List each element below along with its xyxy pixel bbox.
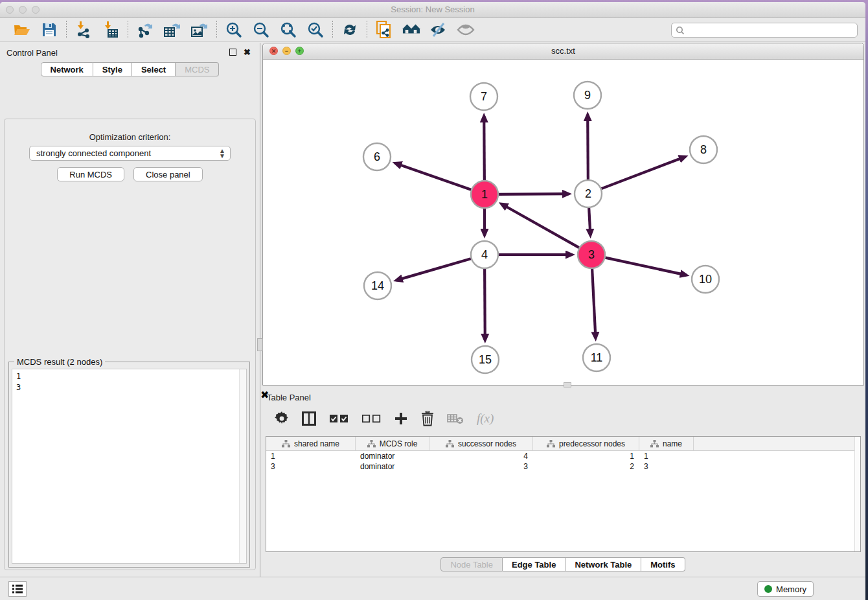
save-session-icon[interactable]: [40, 21, 58, 39]
graph-node-label-2: 2: [585, 187, 591, 200]
memory-label: Memory: [776, 584, 806, 594]
refresh-layout-icon[interactable]: [341, 21, 359, 39]
network-window-titlebar: ✕ − + scc.txt: [263, 43, 863, 60]
edge-layer: [395, 115, 686, 340]
tab-style[interactable]: Style: [93, 62, 132, 76]
delete-table-icon[interactable]: [447, 413, 464, 424]
delete-column-icon[interactable]: [421, 411, 434, 426]
table-header-row: shared nameMCDS rolesuccessor nodesprede…: [266, 437, 860, 451]
graph-node-label-8: 8: [700, 143, 707, 156]
edge-1-6[interactable]: [395, 163, 471, 190]
mcds-tab-content: Optimization criterion: strongly connect…: [4, 119, 256, 570]
float-panel-icon[interactable]: [229, 49, 236, 56]
zoom-in-icon[interactable]: [225, 21, 243, 39]
optimization-criterion-label: Optimization criterion:: [5, 132, 255, 142]
edge-1-7[interactable]: [484, 116, 485, 180]
tab-motifs[interactable]: Motifs: [641, 557, 685, 571]
node-table[interactable]: shared nameMCDS rolesuccessor nodesprede…: [266, 436, 861, 552]
gear-icon[interactable]: [275, 411, 289, 426]
edge-4-15[interactable]: [485, 269, 485, 340]
result-scrollbar[interactable]: [239, 369, 246, 563]
control-panel: Control Panel ✖ Network Style Select MCD…: [0, 43, 260, 577]
open-session-icon[interactable]: [13, 21, 31, 39]
network-canvas-svg: 1234678910111415: [263, 60, 863, 385]
column-header-name[interactable]: name: [639, 437, 694, 450]
table-scrollbar[interactable]: [854, 437, 860, 551]
column-header-shared-name[interactable]: shared name: [266, 437, 356, 450]
network-view-window: ✕ − + scc.txt 1234678910111415: [262, 43, 864, 386]
import-network-icon[interactable]: [74, 21, 93, 39]
control-panel-title: Control Panel: [6, 48, 58, 58]
hide-graphics-icon[interactable]: [429, 21, 448, 39]
table-cell: dominator: [356, 461, 429, 472]
splitter-grip-horizontal[interactable]: [564, 382, 571, 387]
run-mcds-button[interactable]: Run MCDS: [57, 167, 124, 181]
export-image-icon[interactable]: [190, 21, 209, 39]
edge-2-3[interactable]: [589, 208, 590, 235]
column-header-successor-nodes[interactable]: successor nodes: [429, 437, 533, 450]
window-titlebar: Session: New Session: [0, 2, 865, 18]
export-table-icon[interactable]: [163, 21, 181, 39]
column-header-predecessor-nodes[interactable]: predecessor nodes: [533, 437, 639, 450]
criterion-value: strongly connected component: [36, 148, 151, 158]
search-field[interactable]: [671, 23, 858, 38]
control-panel-tabs: Network Style Select MCDS: [0, 62, 260, 76]
function-builder-icon[interactable]: f(x): [477, 411, 494, 426]
mcds-result-group: MCDS result (2 nodes) 1 3: [8, 362, 250, 568]
deselect-all-icon[interactable]: [361, 414, 381, 423]
mcds-result-text: 1 3: [12, 369, 246, 393]
table-tabs: Node Table Edge Table Network Table Moti…: [260, 557, 865, 571]
tab-network[interactable]: Network: [41, 62, 93, 76]
graph-node-label-6: 6: [374, 150, 380, 163]
main-toolbar: [0, 18, 865, 42]
table-cell: 1: [533, 451, 639, 461]
import-table-icon[interactable]: [102, 21, 120, 39]
zoom-fit-icon[interactable]: [279, 21, 297, 39]
app-window: Session: New Session: [0, 2, 865, 600]
close-panel-icon[interactable]: ✖: [244, 47, 251, 57]
task-history-button[interactable]: [8, 581, 27, 597]
tab-edge-table[interactable]: Edge Table: [503, 557, 565, 571]
edge-4-14[interactable]: [396, 259, 471, 280]
close-panel-button[interactable]: Close panel: [133, 167, 203, 181]
edge-3-1[interactable]: [501, 204, 579, 248]
mcds-result-title: MCDS result (2 nodes): [14, 357, 105, 367]
column-view-icon[interactable]: [302, 411, 316, 426]
splitter-grip-vertical[interactable]: [257, 338, 263, 351]
table-row[interactable]: 1dominator411: [266, 451, 860, 461]
network-document-icon[interactable]: [375, 21, 393, 39]
memory-button[interactable]: Memory: [757, 581, 814, 597]
tab-mcds[interactable]: MCDS: [176, 62, 219, 76]
edge-3-10[interactable]: [606, 258, 687, 275]
edge-3-11[interactable]: [592, 269, 595, 338]
graph-node-label-4: 4: [481, 248, 488, 261]
graph-node-label-14: 14: [371, 279, 384, 292]
table-toolbar: f(x): [260, 406, 865, 432]
tab-select[interactable]: Select: [132, 62, 176, 76]
add-column-icon[interactable]: [394, 411, 408, 426]
memory-status-icon: [764, 585, 772, 593]
search-icon: [675, 25, 685, 36]
table-cell: 1: [266, 451, 356, 461]
column-header-MCDS-role[interactable]: MCDS role: [356, 437, 429, 450]
criterion-select[interactable]: strongly connected component ▲▼: [29, 146, 231, 161]
edge-1-2[interactable]: [499, 194, 569, 194]
list-icon: [12, 584, 23, 594]
edge-2-9[interactable]: [588, 115, 588, 179]
select-all-icon[interactable]: [329, 414, 348, 423]
show-eye-icon[interactable]: [457, 21, 475, 39]
graph-node-label-11: 11: [591, 351, 603, 364]
mcds-result-area[interactable]: 1 3: [12, 369, 247, 564]
table-row[interactable]: 3dominator323: [266, 461, 860, 472]
zoom-out-icon[interactable]: [252, 21, 270, 39]
tab-network-table[interactable]: Network Table: [565, 557, 641, 571]
zoom-selected-icon[interactable]: [306, 21, 325, 39]
birdseye-houses-icon[interactable]: [402, 21, 420, 39]
tab-node-table[interactable]: Node Table: [440, 557, 503, 571]
export-network-icon[interactable]: [136, 21, 154, 39]
edge-2-8[interactable]: [602, 157, 685, 189]
select-stepper-icon: ▲▼: [219, 148, 225, 159]
search-input[interactable]: [685, 26, 857, 35]
table-panel: Table Panel ✖: [260, 389, 865, 577]
network-canvas[interactable]: 1234678910111415: [263, 60, 863, 385]
